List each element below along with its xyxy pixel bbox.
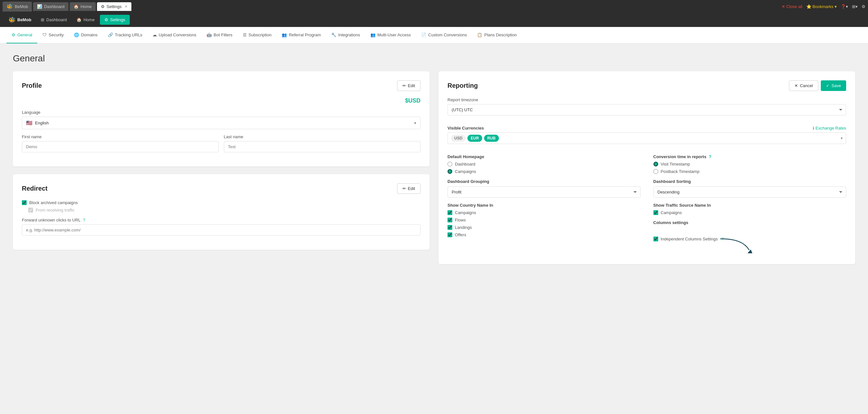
content-wrapper: General Profile ✏ Edit $USD Language — [13, 53, 855, 404]
help-button[interactable]: ❓▾ — [841, 4, 848, 9]
settings-tab-domains[interactable]: 🌐 Domains — [69, 27, 102, 44]
settings-tab-general[interactable]: ⚙ General — [6, 27, 37, 44]
visible-currencies-label: Visible Currencies — [447, 126, 484, 130]
independent-columns-checkbox[interactable] — [653, 237, 658, 241]
reporting-save-button[interactable]: ✓ Save — [821, 80, 846, 91]
from-receiving-traffic-label: From receiving traffic — [36, 208, 74, 212]
bot-filters-tab-label: Bot Filters — [214, 32, 232, 37]
browser-tab-bemob[interactable]: 🐝 BeMob — [3, 2, 32, 11]
two-column-layout: Profile ✏ Edit $USD Language 🇺🇸 Englis — [13, 71, 855, 264]
general-tab-icon: ⚙ — [11, 32, 16, 37]
traffic-source-campaigns-label: Campaigns — [661, 210, 682, 215]
browser-tab-settings[interactable]: ⚙ Settings ✕ — [97, 2, 132, 11]
browser-tab-dashboard[interactable]: 📊 Dashboard — [33, 2, 68, 11]
dashboard-grouping-label: Dashboard Grouping — [447, 179, 641, 184]
settings-tab-multi-user[interactable]: 👥 Multi-User Access — [365, 27, 416, 44]
multi-user-tab-label: Multi-User Access — [377, 32, 411, 37]
nav-item-settings[interactable]: ⚙ Settings — [100, 15, 130, 25]
settings-tab-close-icon[interactable]: ✕ — [125, 4, 127, 9]
redirect-edit-button[interactable]: ✏ Edit — [397, 183, 421, 194]
home-nav-icon: 🏠 — [76, 17, 82, 22]
bemob-nav-logo-text: BeMob — [17, 17, 31, 22]
redirect-edit-icon: ✏ — [403, 186, 406, 191]
exchange-rates-link[interactable]: ℹ Exchange Rates — [813, 126, 846, 130]
home-tab-icon: 🏠 — [73, 4, 79, 9]
currency-tag-usd[interactable]: USD — [451, 135, 465, 142]
dashboard-sorting-select[interactable]: Descending — [653, 186, 846, 198]
country-landings-label: Landings — [455, 225, 472, 230]
apps-button[interactable]: ⊞▾ — [852, 4, 858, 9]
language-select[interactable]: 🇺🇸 English ▾ — [22, 117, 421, 129]
country-landings-checkbox[interactable] — [447, 225, 452, 230]
show-traffic-source-label: Show Traffic Source Name In — [653, 203, 846, 208]
last-name-input[interactable] — [224, 141, 421, 152]
left-reporting-col: Default Homepage Dashboard Campaigns — [447, 149, 641, 255]
country-offers-item: Offers — [447, 232, 641, 237]
forward-unknown-group: Forward unknown clicks to URL ? — [22, 217, 421, 236]
settings-tab-plans-description[interactable]: 📋 Plans Description — [472, 27, 522, 44]
reporting-cancel-button[interactable]: ✕ Cancel — [789, 80, 818, 91]
settings-tab-security[interactable]: 🛡 Security — [37, 27, 69, 44]
country-offers-checkbox[interactable] — [447, 232, 452, 237]
dashboard-sorting-label: Dashboard Sorting — [653, 179, 846, 184]
homepage-dashboard-radio[interactable] — [447, 162, 452, 167]
homepage-dashboard-radio-item: Dashboard — [447, 162, 641, 167]
settings-tab-browser-label: Settings — [107, 4, 122, 9]
postback-timestamp-radio[interactable] — [653, 169, 658, 174]
homepage-campaigns-radio[interactable] — [447, 169, 452, 174]
independent-columns-item: Independent Columns Settings ? — [653, 228, 846, 250]
settings-tab-upload-conversions[interactable]: ☁ Upload Conversions — [148, 27, 202, 44]
settings-tab-subscription[interactable]: ☰ Subscription — [238, 27, 277, 44]
country-campaigns-checkbox[interactable] — [447, 210, 452, 215]
conversion-time-label: Conversion time in reports ? — [653, 154, 846, 159]
country-campaigns-label: Campaigns — [455, 210, 476, 215]
timezone-select[interactable]: (UTC) UTC — [447, 104, 846, 115]
profile-edit-button[interactable]: ✏ Edit — [397, 80, 421, 91]
browser-tab-home[interactable]: 🏠 Home — [70, 2, 96, 11]
settings-tab-integrations[interactable]: 🔧 Integrations — [326, 27, 365, 44]
redirect-card: Redirect ✏ Edit Block archived campaigns — [13, 174, 430, 250]
profile-section-title: Profile — [22, 82, 42, 89]
dashboard-tab-icon: 📊 — [37, 4, 42, 9]
plans-tab-label: Plans Description — [484, 32, 517, 37]
country-flows-checkbox[interactable] — [447, 217, 452, 223]
bot-filters-tab-icon: 🤖 — [207, 32, 212, 37]
conversion-time-group: Conversion time in reports ? Visit Times… — [653, 154, 846, 174]
forward-unknown-input[interactable] — [22, 224, 421, 236]
currency-tag-eur[interactable]: EUR — [467, 135, 482, 142]
nav-logo[interactable]: 🐝 BeMob — [4, 14, 36, 26]
close-all-button[interactable]: ✕ Close all — [782, 4, 802, 9]
first-name-label: First name — [22, 135, 219, 139]
country-flows-label: Flows — [455, 217, 466, 223]
country-campaigns-item: Campaigns — [447, 210, 641, 215]
page-title: General — [13, 53, 855, 64]
multi-user-tab-icon: 👥 — [370, 32, 375, 37]
homepage-dashboard-label: Dashboard — [455, 162, 475, 167]
arrow-annotation-svg — [717, 237, 755, 257]
from-receiving-traffic-checkbox[interactable] — [28, 208, 33, 212]
reporting-two-col: Default Homepage Dashboard Campaigns — [447, 149, 846, 255]
redirect-card-header: Redirect ✏ Edit — [22, 183, 421, 194]
block-archived-checkbox[interactable] — [22, 200, 27, 205]
main-content: General Profile ✏ Edit $USD Language — [0, 44, 868, 414]
nav-item-dashboard[interactable]: ⊞ Dashboard — [36, 15, 71, 25]
currency-dropdown-chevron-icon[interactable]: ▾ — [841, 136, 843, 141]
currency-tag-rub[interactable]: RUB — [484, 135, 499, 142]
settings-tab-custom-conversions[interactable]: 📄 Custom Conversions — [416, 27, 472, 44]
traffic-source-campaigns-checkbox[interactable] — [653, 210, 658, 215]
settings-tab-referral-program[interactable]: 👥 Referral Program — [277, 27, 326, 44]
first-name-input[interactable] — [22, 141, 219, 152]
dashboard-grouping-select[interactable]: Profit — [447, 186, 641, 198]
homepage-campaigns-radio-item: Campaigns — [447, 169, 641, 174]
custom-conversions-tab-label: Custom Conversions — [428, 32, 467, 37]
cancel-x-icon: ✕ — [795, 83, 798, 88]
currency-wrapper: USD EUR RUB ▾ — [447, 132, 846, 144]
bookmarks-button[interactable]: ⭐ Bookmarks ▾ — [806, 4, 837, 9]
settings-tab-tracking-urls[interactable]: 🔗 Tracking URLs — [103, 27, 148, 44]
settings-tab-bot-filters[interactable]: 🤖 Bot Filters — [202, 27, 238, 44]
visit-timestamp-radio[interactable] — [653, 162, 658, 167]
browser-settings-button[interactable]: ⚙ — [862, 4, 865, 9]
nav-item-home[interactable]: 🏠 Home — [72, 15, 99, 25]
settings-tabs-bar: ⚙ General 🛡 Security 🌐 Domains 🔗 Trackin… — [0, 27, 868, 44]
subscription-tab-icon: ☰ — [243, 32, 247, 37]
